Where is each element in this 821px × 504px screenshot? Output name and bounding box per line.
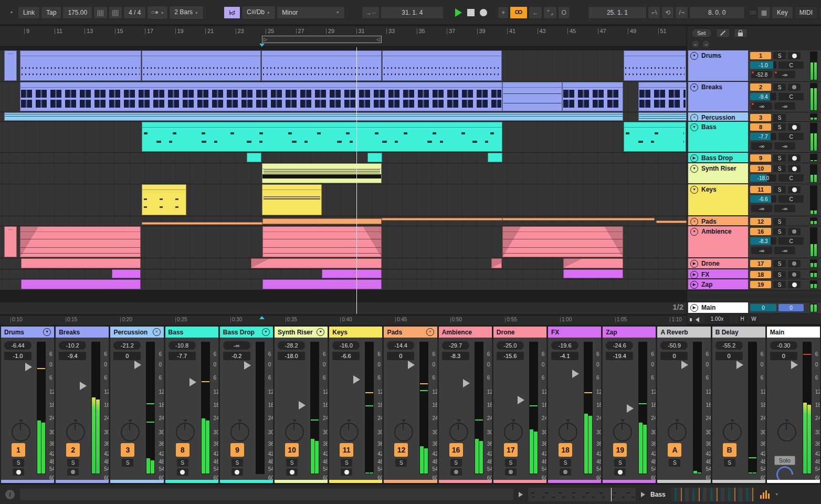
track-header-ambience[interactable]: ▼Ambience16S-8.3C-∞-∞: [687, 226, 821, 258]
track-color-block[interactable]: ▼Bass: [688, 122, 748, 152]
solo-button[interactable]: S: [13, 459, 24, 467]
mixer-strip-drone[interactable]: Drone-25.0-15.660612182430364248546017S: [493, 327, 546, 483]
clip[interactable]: [563, 258, 623, 268]
volume-field[interactable]: -4.1: [551, 352, 578, 360]
computer-midi-keyboard-button[interactable]: ▦: [757, 6, 771, 19]
volume-field[interactable]: -7.7: [750, 133, 776, 140]
clip[interactable]: [262, 279, 382, 289]
track-number-button[interactable]: 18: [559, 443, 572, 457]
zoom-width-button[interactable]: W: [749, 315, 759, 323]
track-number-button[interactable]: 16: [449, 443, 463, 457]
device-chain-thumbnail[interactable]: [671, 488, 755, 501]
arm-button[interactable]: [788, 260, 801, 267]
clip[interactable]: [502, 218, 655, 220]
mixer-strip-bass-drop[interactable]: Bass Drop▼-∞-0.26061218243036424854609S: [220, 327, 273, 483]
track-number-button[interactable]: 2: [750, 83, 771, 91]
track-lane-fx[interactable]: [0, 269, 687, 279]
peak-level-display[interactable]: -29.7: [442, 341, 469, 350]
fader-handle[interactable]: [353, 375, 360, 384]
track-number-button[interactable]: 12: [750, 218, 771, 225]
fold-icon[interactable]: ▶: [690, 304, 698, 312]
track-color-block[interactable]: ▼Synth Riser: [688, 163, 748, 183]
volume-field[interactable]: -8.3: [750, 237, 776, 245]
capture-midi-button[interactable]: O: [558, 6, 570, 19]
volume-field[interactable]: -18.0: [750, 174, 776, 182]
pan-field[interactable]: C: [778, 195, 804, 203]
send-b-field[interactable]: -∞: [774, 205, 795, 212]
solo-button[interactable]: S: [724, 459, 735, 467]
track-number-button[interactable]: 9: [750, 154, 771, 162]
back-to-arrangement-button[interactable]: ←: [529, 6, 542, 19]
arm-button[interactable]: [560, 468, 571, 476]
key-root-menu[interactable]: C#/Db ▾: [241, 6, 276, 19]
solo-button[interactable]: S: [560, 459, 571, 467]
follow-button[interactable]: →··: [362, 6, 380, 19]
peak-level-display[interactable]: -28.2: [278, 341, 305, 350]
track-color-block[interactable]: ▶Bass Drop: [688, 153, 748, 162]
track-header-synth-riser[interactable]: ▼Synth Riser10S-18.0C: [687, 163, 821, 184]
clip[interactable]: [624, 122, 686, 152]
arm-button[interactable]: [614, 468, 626, 476]
loop-start-handle[interactable]: ▷: [264, 37, 267, 42]
info-icon[interactable]: i: [5, 490, 15, 499]
solo-button[interactable]: S: [773, 83, 786, 91]
loop-start-field[interactable]: 25. 1. 1: [588, 6, 647, 19]
track-color-block[interactable]: ≡Percussion: [688, 112, 748, 121]
track-number-button[interactable]: 9: [230, 443, 244, 457]
fader-handle[interactable]: [681, 361, 688, 369]
fader-handle[interactable]: [463, 379, 470, 387]
track-color-block[interactable]: ▶Drone: [688, 258, 748, 268]
set-button[interactable]: Set: [691, 28, 712, 38]
peak-level-display[interactable]: -55.2: [715, 341, 743, 350]
solo-button[interactable]: S: [614, 459, 626, 467]
send-a-field[interactable]: -52.8: [751, 71, 772, 78]
fader-handle[interactable]: [627, 404, 634, 413]
fold-icon[interactable]: ▼: [690, 123, 698, 131]
track-color-block[interactable]: ▶FX: [688, 269, 748, 278]
peak-level-display[interactable]: -24.6: [606, 341, 633, 350]
mixer-strip-ambience[interactable]: Ambience-29.7-8.360612182430364248546016…: [439, 327, 492, 483]
clip[interactable]: [656, 220, 687, 223]
track-number-button[interactable]: 19: [613, 443, 627, 457]
solo-button[interactable]: S: [773, 260, 786, 267]
clip[interactable]: [624, 50, 686, 81]
fold-icon[interactable]: ▶: [690, 260, 698, 268]
pan-field[interactable]: C: [778, 237, 804, 245]
clip[interactable]: [21, 258, 141, 268]
mixer-strip-bass[interactable]: Bass-10.8-7.76061218243036424854608S: [165, 327, 218, 483]
solo-button[interactable]: S: [773, 52, 786, 59]
clip-preview-play-icon[interactable]: [519, 492, 523, 497]
panel-caret-icon[interactable]: ▾: [10, 10, 13, 15]
mixer-strip-fx[interactable]: FX-19.6-4.160612182430364248546018S: [548, 327, 601, 483]
solo-button[interactable]: Solo: [774, 456, 795, 465]
clip[interactable]: [262, 218, 382, 224]
mixer-strip-header[interactable]: Percussion≡: [110, 327, 163, 338]
track-lane-percussion[interactable]: [0, 112, 687, 122]
track-color-block[interactable]: ▼Drums: [688, 50, 748, 81]
arm-button[interactable]: [286, 468, 298, 476]
fold-icon[interactable]: ▼: [43, 328, 51, 336]
mixer-strip-header[interactable]: Ambience: [439, 327, 492, 338]
track-header-zap[interactable]: ▶Zap19S: [687, 279, 821, 290]
group-fold-icon[interactable]: ≡: [153, 328, 161, 336]
solo-button[interactable]: S: [773, 186, 786, 193]
nudge-down-button[interactable]: ||||: [93, 6, 107, 19]
clip[interactable]: [382, 50, 502, 81]
solo-button[interactable]: S: [341, 459, 352, 467]
track-number-button[interactable]: 17: [504, 443, 518, 457]
track-number-button[interactable]: 11: [340, 443, 353, 457]
track-color-block[interactable]: ▼Breaks: [688, 82, 748, 111]
insert-marker[interactable]: [259, 44, 265, 47]
solo-button[interactable]: S: [122, 459, 133, 467]
peak-level-display[interactable]: -0.30: [770, 341, 797, 350]
arrangement-position-field[interactable]: 31. 1. 4: [381, 6, 444, 19]
pan-field[interactable]: C: [778, 174, 804, 182]
track-lane-keys[interactable]: [0, 184, 687, 216]
arm-button[interactable]: [788, 83, 801, 91]
track-header-fx[interactable]: ▶FX18S: [687, 269, 821, 279]
volume-field[interactable]: 0: [770, 352, 797, 360]
track-number-button[interactable]: A: [668, 443, 681, 457]
track-lane-bass[interactable]: [0, 122, 687, 153]
arm-button[interactable]: [788, 52, 801, 59]
track-header-pads[interactable]: ≡Pads12S: [687, 216, 821, 226]
